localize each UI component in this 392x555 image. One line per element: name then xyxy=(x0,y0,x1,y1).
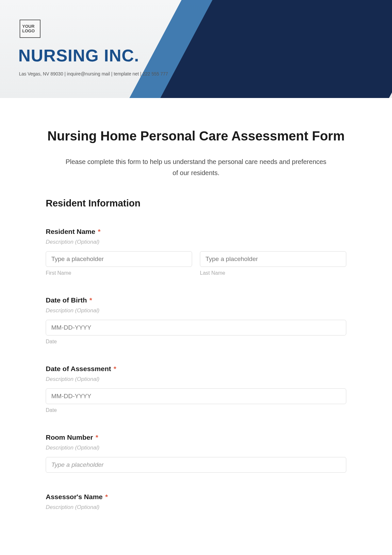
first-name-input[interactable] xyxy=(46,251,192,267)
dob-input[interactable] xyxy=(46,320,346,335)
logo-placeholder: YOUR LOGO xyxy=(20,20,41,38)
doa-input[interactable] xyxy=(46,388,346,404)
field-description[interactable]: Description (Optional) xyxy=(46,376,346,383)
field-description[interactable]: Description (Optional) xyxy=(46,504,346,511)
required-mark: * xyxy=(96,433,98,441)
field-description[interactable]: Description (Optional) xyxy=(46,445,346,451)
required-mark: * xyxy=(98,228,101,235)
form-title: Nursing Home Personal Care Assessment Fo… xyxy=(46,127,346,144)
field-resident-name: Resident Name * Description (Optional) F… xyxy=(46,228,346,276)
label-doa: Date of Assessment * xyxy=(46,365,346,373)
field-date-of-assessment: Date of Assessment * Description (Option… xyxy=(46,365,346,413)
label-assessor: Assessor's Name * xyxy=(46,493,346,501)
label-text: Date of Birth xyxy=(46,296,87,304)
label-text: Resident Name xyxy=(46,228,95,235)
required-mark: * xyxy=(114,365,116,372)
required-mark: * xyxy=(90,296,92,304)
label-text: Assessor's Name xyxy=(46,493,103,500)
sublabel-doa: Date xyxy=(46,407,346,413)
form-body: Nursing Home Personal Care Assessment Fo… xyxy=(0,98,392,511)
field-room-number: Room Number * Description (Optional) xyxy=(46,433,346,473)
field-description[interactable]: Description (Optional) xyxy=(46,307,346,314)
label-room: Room Number * xyxy=(46,433,346,441)
form-subtitle: Please complete this form to help us und… xyxy=(62,156,330,178)
section-resident-info: Resident Information xyxy=(46,198,346,209)
field-assessor-name: Assessor's Name * Description (Optional) xyxy=(46,493,346,511)
label-text: Date of Assessment xyxy=(46,365,111,372)
sublabel-first-name: First Name xyxy=(46,270,192,276)
field-date-of-birth: Date of Birth * Description (Optional) D… xyxy=(46,296,346,345)
sublabel-last-name: Last Name xyxy=(200,270,346,276)
required-mark: * xyxy=(105,493,108,500)
room-input[interactable] xyxy=(46,457,346,473)
sublabel-dob: Date xyxy=(46,339,346,345)
company-name: NURSING INC. xyxy=(18,46,139,65)
field-description[interactable]: Description (Optional) xyxy=(46,239,346,245)
form-header: YOUR LOGO NURSING INC. Las Vegas, NV 890… xyxy=(0,0,392,98)
company-contact-line: Las Vegas, NV 89030 | inquire@nursing ma… xyxy=(19,71,168,76)
label-text: Room Number xyxy=(46,433,93,441)
last-name-input[interactable] xyxy=(200,251,346,267)
label-resident-name: Resident Name * xyxy=(46,228,346,236)
label-dob: Date of Birth * xyxy=(46,296,346,304)
